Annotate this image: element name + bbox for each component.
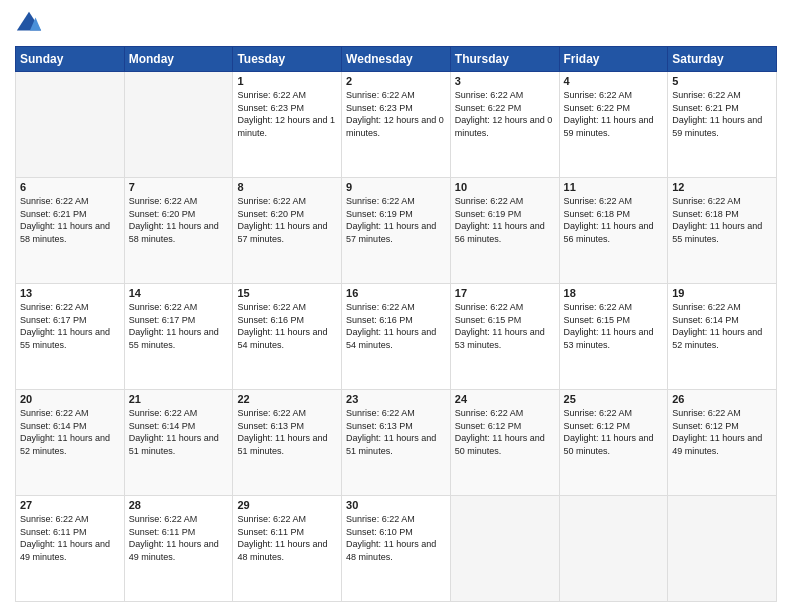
day-header-sunday: Sunday [16, 47, 125, 72]
day-number: 2 [346, 75, 446, 87]
calendar-cell: 26Sunrise: 6:22 AM Sunset: 6:12 PM Dayli… [668, 390, 777, 496]
day-info: Sunrise: 6:22 AM Sunset: 6:20 PM Dayligh… [237, 195, 337, 245]
calendar-cell: 1Sunrise: 6:22 AM Sunset: 6:23 PM Daylig… [233, 72, 342, 178]
calendar-cell: 23Sunrise: 6:22 AM Sunset: 6:13 PM Dayli… [342, 390, 451, 496]
day-info: Sunrise: 6:22 AM Sunset: 6:15 PM Dayligh… [564, 301, 664, 351]
week-row-1: 1Sunrise: 6:22 AM Sunset: 6:23 PM Daylig… [16, 72, 777, 178]
logo-icon [15, 10, 43, 38]
day-info: Sunrise: 6:22 AM Sunset: 6:10 PM Dayligh… [346, 513, 446, 563]
logo [15, 10, 47, 38]
week-row-2: 6Sunrise: 6:22 AM Sunset: 6:21 PM Daylig… [16, 178, 777, 284]
day-number: 23 [346, 393, 446, 405]
day-info: Sunrise: 6:22 AM Sunset: 6:21 PM Dayligh… [672, 89, 772, 139]
calendar-cell: 15Sunrise: 6:22 AM Sunset: 6:16 PM Dayli… [233, 284, 342, 390]
day-number: 28 [129, 499, 229, 511]
day-number: 19 [672, 287, 772, 299]
day-number: 4 [564, 75, 664, 87]
calendar-cell: 28Sunrise: 6:22 AM Sunset: 6:11 PM Dayli… [124, 496, 233, 602]
day-number: 20 [20, 393, 120, 405]
day-info: Sunrise: 6:22 AM Sunset: 6:14 PM Dayligh… [20, 407, 120, 457]
calendar-cell: 13Sunrise: 6:22 AM Sunset: 6:17 PM Dayli… [16, 284, 125, 390]
calendar-cell: 22Sunrise: 6:22 AM Sunset: 6:13 PM Dayli… [233, 390, 342, 496]
calendar-cell: 27Sunrise: 6:22 AM Sunset: 6:11 PM Dayli… [16, 496, 125, 602]
calendar-cell: 25Sunrise: 6:22 AM Sunset: 6:12 PM Dayli… [559, 390, 668, 496]
calendar-cell [559, 496, 668, 602]
day-header-wednesday: Wednesday [342, 47, 451, 72]
calendar-cell [450, 496, 559, 602]
day-info: Sunrise: 6:22 AM Sunset: 6:19 PM Dayligh… [455, 195, 555, 245]
calendar-cell: 3Sunrise: 6:22 AM Sunset: 6:22 PM Daylig… [450, 72, 559, 178]
calendar-cell: 2Sunrise: 6:22 AM Sunset: 6:23 PM Daylig… [342, 72, 451, 178]
day-number: 6 [20, 181, 120, 193]
day-info: Sunrise: 6:22 AM Sunset: 6:14 PM Dayligh… [129, 407, 229, 457]
day-number: 26 [672, 393, 772, 405]
day-info: Sunrise: 6:22 AM Sunset: 6:12 PM Dayligh… [455, 407, 555, 457]
day-number: 30 [346, 499, 446, 511]
calendar-cell: 7Sunrise: 6:22 AM Sunset: 6:20 PM Daylig… [124, 178, 233, 284]
day-info: Sunrise: 6:22 AM Sunset: 6:11 PM Dayligh… [129, 513, 229, 563]
calendar-cell: 10Sunrise: 6:22 AM Sunset: 6:19 PM Dayli… [450, 178, 559, 284]
day-number: 10 [455, 181, 555, 193]
day-number: 13 [20, 287, 120, 299]
header [15, 10, 777, 38]
calendar-cell: 5Sunrise: 6:22 AM Sunset: 6:21 PM Daylig… [668, 72, 777, 178]
calendar-cell: 21Sunrise: 6:22 AM Sunset: 6:14 PM Dayli… [124, 390, 233, 496]
day-number: 1 [237, 75, 337, 87]
day-number: 3 [455, 75, 555, 87]
week-row-3: 13Sunrise: 6:22 AM Sunset: 6:17 PM Dayli… [16, 284, 777, 390]
day-info: Sunrise: 6:22 AM Sunset: 6:12 PM Dayligh… [564, 407, 664, 457]
day-number: 27 [20, 499, 120, 511]
day-info: Sunrise: 6:22 AM Sunset: 6:23 PM Dayligh… [346, 89, 446, 139]
calendar-cell: 17Sunrise: 6:22 AM Sunset: 6:15 PM Dayli… [450, 284, 559, 390]
day-number: 7 [129, 181, 229, 193]
day-info: Sunrise: 6:22 AM Sunset: 6:16 PM Dayligh… [237, 301, 337, 351]
day-info: Sunrise: 6:22 AM Sunset: 6:15 PM Dayligh… [455, 301, 555, 351]
day-info: Sunrise: 6:22 AM Sunset: 6:11 PM Dayligh… [237, 513, 337, 563]
day-info: Sunrise: 6:22 AM Sunset: 6:22 PM Dayligh… [564, 89, 664, 139]
day-number: 11 [564, 181, 664, 193]
day-number: 15 [237, 287, 337, 299]
calendar-cell [124, 72, 233, 178]
day-header-saturday: Saturday [668, 47, 777, 72]
day-number: 12 [672, 181, 772, 193]
day-number: 16 [346, 287, 446, 299]
calendar-cell: 6Sunrise: 6:22 AM Sunset: 6:21 PM Daylig… [16, 178, 125, 284]
calendar-cell: 14Sunrise: 6:22 AM Sunset: 6:17 PM Dayli… [124, 284, 233, 390]
calendar-cell: 18Sunrise: 6:22 AM Sunset: 6:15 PM Dayli… [559, 284, 668, 390]
day-info: Sunrise: 6:22 AM Sunset: 6:23 PM Dayligh… [237, 89, 337, 139]
day-info: Sunrise: 6:22 AM Sunset: 6:14 PM Dayligh… [672, 301, 772, 351]
day-header-tuesday: Tuesday [233, 47, 342, 72]
day-number: 14 [129, 287, 229, 299]
calendar-cell: 9Sunrise: 6:22 AM Sunset: 6:19 PM Daylig… [342, 178, 451, 284]
day-header-monday: Monday [124, 47, 233, 72]
calendar-cell [16, 72, 125, 178]
day-info: Sunrise: 6:22 AM Sunset: 6:17 PM Dayligh… [129, 301, 229, 351]
calendar-cell: 11Sunrise: 6:22 AM Sunset: 6:18 PM Dayli… [559, 178, 668, 284]
day-header-friday: Friday [559, 47, 668, 72]
day-info: Sunrise: 6:22 AM Sunset: 6:13 PM Dayligh… [346, 407, 446, 457]
calendar-cell: 4Sunrise: 6:22 AM Sunset: 6:22 PM Daylig… [559, 72, 668, 178]
calendar-cell: 16Sunrise: 6:22 AM Sunset: 6:16 PM Dayli… [342, 284, 451, 390]
calendar-header-row: SundayMondayTuesdayWednesdayThursdayFrid… [16, 47, 777, 72]
calendar-cell: 29Sunrise: 6:22 AM Sunset: 6:11 PM Dayli… [233, 496, 342, 602]
day-info: Sunrise: 6:22 AM Sunset: 6:21 PM Dayligh… [20, 195, 120, 245]
calendar-cell: 30Sunrise: 6:22 AM Sunset: 6:10 PM Dayli… [342, 496, 451, 602]
calendar-cell: 12Sunrise: 6:22 AM Sunset: 6:18 PM Dayli… [668, 178, 777, 284]
day-number: 29 [237, 499, 337, 511]
day-number: 8 [237, 181, 337, 193]
day-info: Sunrise: 6:22 AM Sunset: 6:22 PM Dayligh… [455, 89, 555, 139]
week-row-4: 20Sunrise: 6:22 AM Sunset: 6:14 PM Dayli… [16, 390, 777, 496]
day-header-thursday: Thursday [450, 47, 559, 72]
day-info: Sunrise: 6:22 AM Sunset: 6:11 PM Dayligh… [20, 513, 120, 563]
calendar-table: SundayMondayTuesdayWednesdayThursdayFrid… [15, 46, 777, 602]
day-number: 9 [346, 181, 446, 193]
day-info: Sunrise: 6:22 AM Sunset: 6:12 PM Dayligh… [672, 407, 772, 457]
day-number: 5 [672, 75, 772, 87]
day-info: Sunrise: 6:22 AM Sunset: 6:13 PM Dayligh… [237, 407, 337, 457]
day-info: Sunrise: 6:22 AM Sunset: 6:18 PM Dayligh… [564, 195, 664, 245]
day-number: 22 [237, 393, 337, 405]
day-info: Sunrise: 6:22 AM Sunset: 6:17 PM Dayligh… [20, 301, 120, 351]
day-number: 24 [455, 393, 555, 405]
day-info: Sunrise: 6:22 AM Sunset: 6:20 PM Dayligh… [129, 195, 229, 245]
week-row-5: 27Sunrise: 6:22 AM Sunset: 6:11 PM Dayli… [16, 496, 777, 602]
